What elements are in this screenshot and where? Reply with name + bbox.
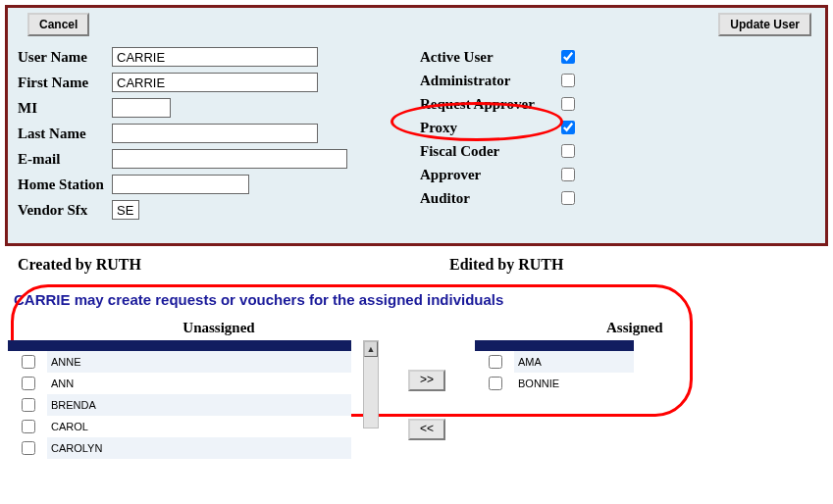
scroll-up-icon[interactable]: ▲: [364, 341, 378, 357]
mi-input[interactable]: [112, 98, 171, 118]
unassigned-list-header-bar: [8, 340, 351, 351]
first-name-label: First Name: [18, 75, 112, 91]
assigned-list-header-bar: [475, 340, 634, 351]
created-by-label: Created by: [18, 256, 96, 273]
auditor-label: Auditor: [420, 190, 557, 207]
list-item-name: BONNIE: [514, 373, 630, 394]
mi-label: MI: [18, 100, 112, 117]
list-item-name: BRENDA: [47, 394, 202, 416]
list-item-checkbox[interactable]: [22, 420, 35, 433]
assignment-heading: CARRIE may create requests or vouchers f…: [14, 291, 825, 308]
auditor-checkbox[interactable]: [561, 191, 575, 205]
unassigned-list: ANNEANNBRENDACAROLCAROLYN: [8, 340, 351, 459]
unassigned-scrollbar[interactable]: ▲: [363, 340, 379, 428]
assign-button[interactable]: >>: [408, 370, 445, 391]
home-station-label: Home Station: [18, 176, 112, 193]
list-item: BONNIE: [475, 373, 634, 394]
email-input[interactable]: [112, 149, 347, 169]
last-name-label: Last Name: [18, 126, 112, 142]
edited-by-label: Edited by: [449, 256, 518, 273]
first-name-input[interactable]: [112, 73, 318, 92]
list-item-name: ANN: [47, 373, 202, 394]
assigned-list: AMABONNIE: [475, 340, 634, 394]
list-item-checkbox[interactable]: [22, 398, 35, 412]
list-item-name: ANNE: [47, 351, 202, 373]
user-name-input[interactable]: [112, 47, 318, 67]
list-item: CAROLYN: [8, 437, 351, 459]
email-label: E-mail: [18, 151, 112, 168]
roles-column: Active User Administrator Request Approv…: [420, 47, 578, 226]
list-item-name: CAROLYN: [47, 437, 202, 459]
proxy-checkbox[interactable]: [561, 121, 575, 134]
transfer-buttons: >> <<: [408, 370, 445, 440]
unassigned-header: Unassigned: [126, 320, 312, 336]
active-user-label: Active User: [420, 49, 557, 66]
list-item: ANNE: [8, 351, 351, 373]
home-station-input[interactable]: [112, 175, 249, 194]
list-item: CAROL: [8, 416, 351, 437]
administrator-label: Administrator: [420, 73, 557, 89]
user-fields-column: User Name First Name MI Last Name E-mail…: [18, 47, 400, 226]
list-item: BRENDA: [8, 394, 351, 416]
update-user-button[interactable]: Update User: [718, 13, 811, 36]
assigned-header: Assigned: [606, 320, 663, 336]
administrator-checkbox[interactable]: [561, 74, 575, 87]
proxy-assignment-section: CARRIE may create requests or vouchers f…: [8, 291, 825, 459]
active-user-checkbox[interactable]: [561, 50, 575, 64]
request-approver-label: Request Approver: [420, 96, 557, 113]
unassign-button[interactable]: <<: [408, 419, 445, 440]
list-item-name: CAROL: [47, 416, 202, 437]
edited-by-value: RUTH: [518, 256, 563, 273]
list-item-name: AMA: [514, 351, 630, 373]
last-name-input[interactable]: [112, 124, 318, 143]
fiscal-coder-checkbox[interactable]: [561, 144, 575, 158]
list-item: ANN: [8, 373, 351, 394]
list-item-checkbox[interactable]: [489, 377, 502, 390]
list-item-checkbox[interactable]: [22, 441, 35, 455]
fiscal-coder-label: Fiscal Coder: [420, 143, 557, 160]
approver-checkbox[interactable]: [561, 168, 575, 181]
vendor-sfx-input[interactable]: [112, 200, 139, 220]
request-approver-checkbox[interactable]: [561, 97, 575, 111]
list-item: AMA: [475, 351, 634, 373]
created-by-value: RUTH: [96, 256, 141, 273]
user-edit-panel: Cancel Update User User Name First Name …: [5, 5, 828, 246]
vendor-sfx-label: Vendor Sfx: [18, 202, 112, 219]
list-item-checkbox[interactable]: [489, 355, 502, 369]
proxy-label: Proxy: [420, 120, 557, 136]
list-item-checkbox[interactable]: [22, 355, 35, 369]
user-name-label: User Name: [18, 49, 112, 66]
list-item-checkbox[interactable]: [22, 377, 35, 390]
cancel-button[interactable]: Cancel: [27, 13, 89, 36]
approver-label: Approver: [420, 167, 557, 183]
audit-row: Created by RUTH Edited by RUTH: [18, 256, 815, 274]
